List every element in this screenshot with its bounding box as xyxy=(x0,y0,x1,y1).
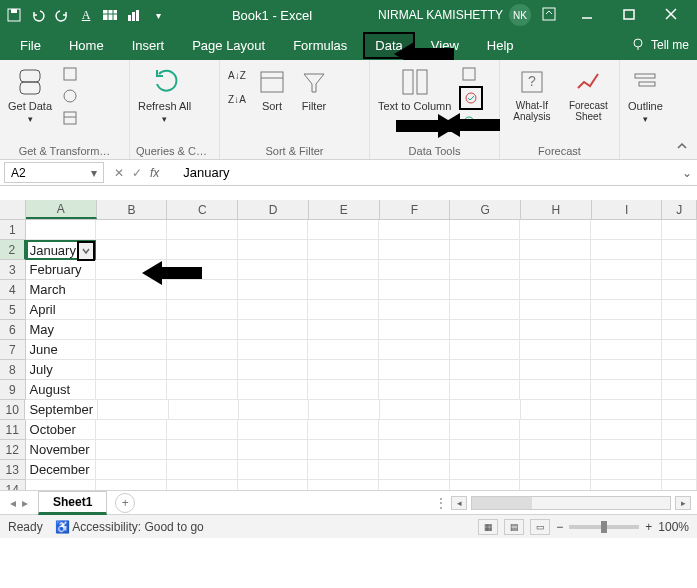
cell[interactable] xyxy=(591,440,662,460)
cell[interactable]: September xyxy=(25,400,98,420)
scroll-right-icon[interactable]: ▸ xyxy=(675,496,691,510)
horizontal-scrollbar[interactable]: ⋮ ◂ ▸ xyxy=(429,496,697,510)
cell[interactable] xyxy=(96,420,167,440)
cell[interactable] xyxy=(591,320,662,340)
cell[interactable] xyxy=(96,480,167,490)
cell[interactable] xyxy=(238,380,309,400)
qat-more-icon[interactable]: ▾ xyxy=(150,7,166,23)
cell[interactable] xyxy=(520,320,591,340)
row-header[interactable]: 14 xyxy=(0,480,26,490)
redo-icon[interactable] xyxy=(54,7,70,23)
cell[interactable] xyxy=(662,380,697,400)
expand-formula-bar-icon[interactable]: ⌄ xyxy=(677,160,697,185)
cell[interactable] xyxy=(26,220,97,240)
close-button[interactable] xyxy=(651,2,691,26)
sheet-tab[interactable]: Sheet1 xyxy=(38,491,107,515)
cell[interactable] xyxy=(308,340,379,360)
cell[interactable] xyxy=(591,400,661,420)
user-account[interactable]: NIRMAL KAMISHETTY NK xyxy=(378,4,531,26)
column-header[interactable]: A xyxy=(26,200,97,219)
page-break-view-icon[interactable]: ▭ xyxy=(530,519,550,535)
cell[interactable]: October xyxy=(26,420,97,440)
cell[interactable] xyxy=(238,420,309,440)
cell[interactable] xyxy=(308,480,379,490)
font-icon[interactable]: A xyxy=(78,7,94,23)
tab-file[interactable]: File xyxy=(8,32,53,59)
data-validation-button[interactable] xyxy=(459,86,483,110)
cell[interactable] xyxy=(238,360,309,380)
chart-icon[interactable] xyxy=(126,7,142,23)
cell[interactable] xyxy=(450,380,521,400)
zoom-out-icon[interactable]: − xyxy=(556,520,563,534)
row-header[interactable]: 11 xyxy=(0,420,26,440)
cell[interactable] xyxy=(308,280,379,300)
cell[interactable] xyxy=(379,440,450,460)
forecast-sheet-button[interactable]: Forecast Sheet xyxy=(564,64,613,124)
tab-help[interactable]: Help xyxy=(475,32,526,59)
cell[interactable] xyxy=(662,260,697,280)
cell[interactable] xyxy=(520,220,591,240)
cell[interactable] xyxy=(308,460,379,480)
column-header[interactable]: I xyxy=(592,200,663,219)
cell[interactable] xyxy=(167,340,238,360)
from-web-icon[interactable] xyxy=(60,86,80,106)
cell[interactable] xyxy=(591,380,662,400)
cell[interactable]: June xyxy=(26,340,97,360)
cell[interactable] xyxy=(238,320,309,340)
name-box[interactable]: A2 ▾ xyxy=(4,162,104,183)
cell[interactable] xyxy=(591,480,662,490)
cell[interactable] xyxy=(591,260,662,280)
cell[interactable] xyxy=(308,220,379,240)
cell[interactable] xyxy=(167,380,238,400)
ribbon-options-icon[interactable] xyxy=(541,6,557,25)
maximize-button[interactable] xyxy=(609,2,649,26)
cell[interactable] xyxy=(520,460,591,480)
cell[interactable] xyxy=(379,300,450,320)
cell[interactable] xyxy=(520,360,591,380)
scroll-track[interactable] xyxy=(471,496,671,510)
sort-button[interactable]: Sort xyxy=(254,64,290,114)
row-header[interactable]: 3 xyxy=(0,260,26,280)
cell[interactable] xyxy=(450,400,520,420)
cell[interactable] xyxy=(167,440,238,460)
cell[interactable] xyxy=(521,400,591,420)
whatif-button[interactable]: ? What-If Analysis xyxy=(506,64,558,124)
cell[interactable] xyxy=(662,220,697,240)
chevron-down-icon[interactable]: ▾ xyxy=(91,166,97,180)
cell[interactable] xyxy=(591,280,662,300)
from-table-icon[interactable] xyxy=(60,108,80,128)
cell[interactable] xyxy=(96,340,167,360)
get-data-button[interactable]: Get Data ▾ xyxy=(6,64,54,126)
row-header[interactable]: 9 xyxy=(0,380,26,400)
accessibility-status[interactable]: ♿ Accessibility: Good to go xyxy=(55,520,204,534)
cell[interactable]: July xyxy=(26,360,97,380)
column-header[interactable]: J xyxy=(662,200,697,219)
cell[interactable]: August xyxy=(26,380,97,400)
cell[interactable] xyxy=(591,300,662,320)
cell[interactable] xyxy=(662,400,697,420)
cell[interactable] xyxy=(96,440,167,460)
cell[interactable] xyxy=(308,300,379,320)
column-header[interactable]: D xyxy=(238,200,309,219)
cell[interactable] xyxy=(96,220,167,240)
normal-view-icon[interactable]: ▦ xyxy=(478,519,498,535)
cell[interactable] xyxy=(308,320,379,340)
cell[interactable] xyxy=(662,460,697,480)
cell[interactable] xyxy=(26,480,97,490)
cell[interactable] xyxy=(308,420,379,440)
sort-desc-button[interactable]: Z↓A xyxy=(226,88,248,110)
cell[interactable] xyxy=(380,400,450,420)
column-header[interactable]: B xyxy=(97,200,168,219)
cell[interactable] xyxy=(520,340,591,360)
cell[interactable] xyxy=(662,420,697,440)
cell[interactable] xyxy=(308,440,379,460)
cell[interactable] xyxy=(662,240,697,260)
cell[interactable]: April xyxy=(26,300,97,320)
row-header[interactable]: 4 xyxy=(0,280,26,300)
sheet-prev-icon[interactable]: ◂ xyxy=(10,496,16,510)
worksheet-grid[interactable]: A B C D E F G H I J 12January3February4M… xyxy=(0,200,697,490)
cell[interactable] xyxy=(520,420,591,440)
cell[interactable] xyxy=(238,260,309,280)
column-header[interactable]: F xyxy=(380,200,451,219)
cell[interactable]: May xyxy=(26,320,97,340)
